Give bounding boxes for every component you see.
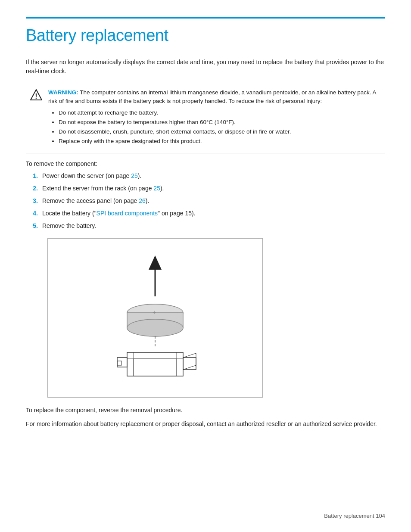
step-number: 5. <box>30 221 38 230</box>
steps-list: 1.Power down the server (on page 25).2.E… <box>30 171 385 230</box>
svg-line-17 <box>183 365 196 370</box>
warning-bullet: Do not disassemble, crush, puncture, sho… <box>59 128 381 136</box>
svg-point-6 <box>127 319 183 336</box>
warning-label: WARNING: <box>48 89 78 96</box>
page-footer: Battery replacement 104 <box>324 513 385 519</box>
page-title: Battery replacement <box>26 26 385 45</box>
step-number: 1. <box>30 171 38 180</box>
step-item: 1.Power down the server (on page 25). <box>30 171 385 180</box>
step-link[interactable]: SPI board components <box>97 210 158 217</box>
battery-diagram-svg: + <box>82 249 228 387</box>
step-item: 4.Locate the battery ("SPI board compone… <box>30 209 385 218</box>
warning-bullets: Do not attempt to recharge the battery.D… <box>59 109 381 146</box>
svg-text:+: + <box>153 309 156 316</box>
step-number: 4. <box>30 209 38 218</box>
footer-right: Battery replacement 104 <box>324 513 385 519</box>
step-number: 2. <box>30 184 38 193</box>
step-text: Remove the battery. <box>42 221 96 230</box>
warning-bullet: Do not attempt to recharge the battery. <box>59 109 381 117</box>
svg-text:!: ! <box>35 93 37 100</box>
warning-box: ! WARNING: The computer contains an inte… <box>26 82 385 153</box>
step-link[interactable]: 25 <box>153 185 160 192</box>
warning-bullet: Do not expose the battery to temperature… <box>59 118 381 127</box>
page-content: Battery replacement If the server no lon… <box>0 0 411 459</box>
step-item: 5.Remove the battery. <box>30 221 385 230</box>
svg-rect-9 <box>117 358 127 367</box>
step-text: Power down the server (on page 25). <box>42 171 141 180</box>
step-item: 2.Extend the server from the rack (on pa… <box>30 184 385 193</box>
warning-icon: ! <box>30 89 42 101</box>
remove-label: To remove the component: <box>26 160 385 167</box>
warning-bullet: Replace only with the spare designated f… <box>59 137 381 146</box>
step-item: 3.Remove the access panel (on page 26). <box>30 196 385 205</box>
step-link[interactable]: 25 <box>131 172 138 179</box>
battery-diagram: + <box>47 238 263 398</box>
svg-rect-15 <box>117 361 121 365</box>
step-link[interactable]: 26 <box>139 197 146 204</box>
step-text: Remove the access panel (on page 26). <box>42 196 149 205</box>
warning-body: The computer contains an internal lithiu… <box>48 89 376 104</box>
step-number: 3. <box>30 196 38 205</box>
warning-content: WARNING: The computer contains an intern… <box>48 88 381 147</box>
step-text: Extend the server from the rack (on page… <box>42 184 164 193</box>
intro-paragraph: If the server no longer automatically di… <box>26 58 385 76</box>
svg-rect-10 <box>183 358 196 370</box>
svg-rect-14 <box>134 359 177 376</box>
svg-line-16 <box>183 353 196 358</box>
top-rule <box>26 17 385 19</box>
svg-marker-3 <box>149 255 162 270</box>
info-text: For more information about battery repla… <box>26 419 385 429</box>
replace-text: To replace the component, reverse the re… <box>26 405 385 415</box>
step-text: Locate the battery ("SPI board component… <box>42 209 196 218</box>
